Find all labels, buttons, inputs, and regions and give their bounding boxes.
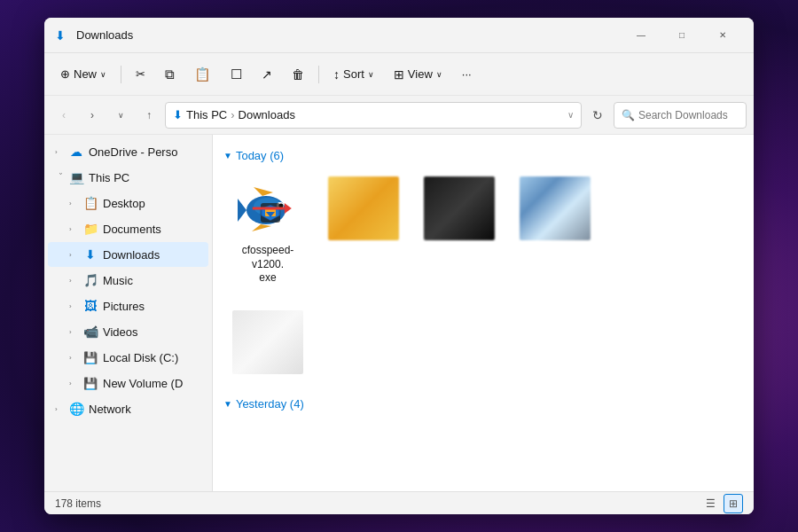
videos-icon: 📹: [83, 325, 98, 339]
thispc-icon: 💻: [69, 170, 83, 184]
path-thispc: This PC: [186, 108, 227, 121]
grid-view-button[interactable]: ⊞: [724, 494, 743, 513]
newvolume-chevron-icon: ›: [69, 379, 80, 387]
back-button[interactable]: ‹: [51, 103, 76, 128]
search-input[interactable]: [638, 109, 739, 121]
today-section-header[interactable]: ▼ Today (6): [223, 149, 743, 162]
file-item-cfosspeed[interactable]: cfosspeed-v1200.exe: [223, 171, 312, 291]
videos-chevron-icon: ›: [69, 328, 80, 336]
yesterday-label: Yesterday (4): [236, 397, 304, 411]
paste-icon: 📋: [194, 66, 211, 82]
path-downloads: Downloads: [239, 108, 295, 121]
rename-button[interactable]: ☐: [222, 62, 251, 87]
file3-thumb: [424, 176, 495, 240]
maximize-button[interactable]: □: [661, 21, 702, 50]
cfosspeed-thumb: [232, 176, 303, 240]
localdisk-chevron-icon: ›: [69, 354, 80, 362]
recent-button[interactable]: ∨: [108, 103, 133, 128]
search-box[interactable]: 🔍: [614, 102, 747, 129]
desktop-icon: 📋: [83, 196, 98, 210]
sort-label: Sort: [343, 67, 364, 81]
addressbar: ‹ › ∨ ↑ ⬇ This PC › Downloads ∨ ↻ 🔍: [44, 96, 754, 135]
downloads-label: Downloads: [103, 248, 160, 262]
more-button[interactable]: ···: [453, 63, 481, 85]
yesterday-section-header[interactable]: ▼ Yesterday (4): [223, 397, 743, 411]
pictures-icon: 🖼: [83, 299, 98, 313]
svg-marker-5: [254, 187, 273, 196]
window-icon: ⬇: [55, 28, 69, 43]
sort-icon: ↕: [333, 67, 340, 82]
cut-button[interactable]: ✂: [127, 63, 154, 85]
minimize-button[interactable]: —: [621, 21, 661, 50]
music-chevron-icon: ›: [69, 277, 80, 285]
network-label: Network: [89, 403, 131, 416]
new-label: New: [74, 67, 97, 81]
view-label: View: [408, 67, 433, 81]
share-icon: ↗: [262, 67, 272, 82]
paste-button[interactable]: 📋: [185, 62, 220, 87]
documents-icon: 📁: [83, 222, 98, 236]
rename-icon: ☐: [231, 66, 242, 82]
sidebar-item-downloads[interactable]: › ⬇ Downloads: [48, 242, 208, 267]
videos-label: Videos: [103, 325, 138, 339]
explorer-window: ⬇ Downloads — □ ✕ ⊕ New ∨ ✂ ⧉ 📋 ☐ ↗: [44, 18, 754, 514]
address-path[interactable]: ⬇ This PC › Downloads ∨: [165, 102, 582, 129]
desktop-chevron-icon: ›: [69, 200, 80, 207]
arrow-overlay-icon: [251, 201, 293, 215]
delete-button[interactable]: 🗑: [283, 63, 313, 86]
svg-marker-6: [252, 224, 271, 231]
copy-button[interactable]: ⧉: [156, 62, 184, 87]
sidebar-item-onedrive[interactable]: › ☁ OneDrive - Perso: [48, 139, 208, 164]
view-button[interactable]: ⊞ View ∨: [385, 63, 451, 86]
svg-marker-13: [285, 203, 292, 214]
sidebar-item-desktop[interactable]: › 📋 Desktop: [48, 191, 208, 215]
svg-marker-1: [238, 199, 246, 222]
sidebar-item-newvolume[interactable]: › 💾 New Volume (D: [48, 371, 208, 395]
sidebar-item-network[interactable]: › 🌐 Network: [48, 396, 208, 421]
onedrive-icon: ☁: [69, 145, 83, 159]
music-icon: 🎵: [83, 273, 98, 287]
up-button[interactable]: ↑: [137, 103, 161, 128]
sidebar-item-videos[interactable]: › 📹 Videos: [48, 319, 208, 344]
new-button[interactable]: ⊕ New ∨: [51, 63, 115, 85]
file2-icon: [328, 176, 399, 240]
pictures-chevron-icon: ›: [69, 302, 80, 310]
sidebar-item-localdisk[interactable]: › 💾 Local Disk (C:): [48, 345, 208, 370]
thispc-label: This PC: [89, 171, 129, 184]
toolbar-separator-1: [121, 66, 121, 83]
onedrive-chevron-icon: ›: [55, 148, 66, 156]
documents-label: Documents: [103, 223, 161, 236]
sidebar-item-thispc[interactable]: › 💻 This PC: [48, 165, 208, 190]
pictures-label: Pictures: [103, 300, 145, 313]
delete-icon: 🗑: [292, 67, 304, 82]
toolbar-separator-2: [318, 66, 319, 83]
sidebar-item-documents[interactable]: › 📁 Documents: [48, 216, 208, 241]
file-item-4[interactable]: [511, 171, 599, 291]
network-chevron-icon: ›: [55, 405, 66, 413]
new-chevron-icon: ∨: [100, 70, 106, 79]
items-count: 178 items: [55, 497, 101, 510]
close-button[interactable]: ✕: [702, 21, 743, 50]
file3-icon: [424, 176, 495, 240]
view-chevron-icon: ∨: [436, 70, 442, 79]
share-button[interactable]: ↗: [253, 63, 281, 86]
today-files-grid: cfosspeed-v1200.exe: [223, 171, 743, 291]
file-item-2[interactable]: [319, 171, 408, 291]
desktop-label: Desktop: [103, 197, 145, 210]
newvolume-label: New Volume (D: [103, 377, 183, 390]
titlebar: ⬇ Downloads — □ ✕: [44, 18, 754, 53]
sidebar-item-pictures[interactable]: › 🖼 Pictures: [48, 293, 208, 318]
yesterday-chevron-icon: ▼: [223, 399, 232, 409]
path-drive-icon: ⬇: [173, 108, 183, 121]
file-item-5[interactable]: [223, 305, 312, 383]
list-view-button[interactable]: ☰: [700, 494, 720, 513]
sidebar-item-music[interactable]: › 🎵 Music: [48, 268, 208, 293]
forward-button[interactable]: ›: [80, 103, 105, 128]
sort-button[interactable]: ↕ Sort ∨: [325, 63, 383, 86]
refresh-button[interactable]: ↻: [585, 103, 610, 128]
network-icon: 🌐: [69, 402, 83, 416]
downloads-chevron-icon: ›: [69, 251, 80, 259]
copy-icon: ⧉: [165, 66, 175, 82]
localdisk-label: Local Disk (C:): [103, 351, 178, 364]
file-item-3[interactable]: [415, 171, 504, 291]
